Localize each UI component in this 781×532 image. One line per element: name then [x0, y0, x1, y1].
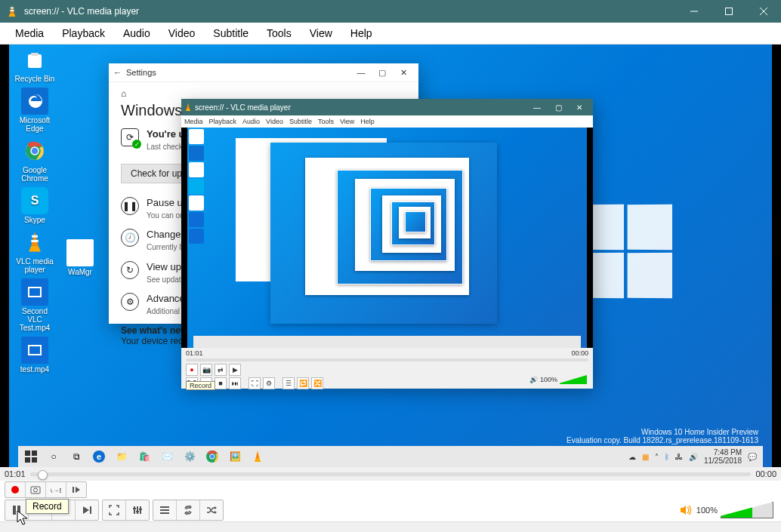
start-button[interactable]: [20, 446, 42, 467]
fullscreen-button[interactable]: [103, 500, 126, 520]
svg-rect-0: [11, 8, 14, 9]
desktop-icon-skype[interactable]: SSkype: [14, 187, 56, 224]
nested-atob-button[interactable]: ⇄: [215, 364, 227, 376]
taskbar-store[interactable]: 🛍️: [133, 446, 156, 467]
menu-subtitle[interactable]: Subtitle: [204, 23, 258, 44]
desktop-icon-edge[interactable]: Microsoft Edge: [14, 88, 56, 133]
svg-rect-28: [13, 506, 16, 515]
nested-settings-button[interactable]: ⚙: [263, 377, 275, 389]
nested-next-button[interactable]: ⏭: [229, 377, 241, 389]
desktop-icon-chrome[interactable]: Google Chrome: [14, 137, 56, 183]
back-arrow-icon[interactable]: ←: [113, 68, 122, 77]
time-elapsed[interactable]: 01:01: [5, 469, 26, 478]
svg-rect-1: [10, 10, 14, 11]
nested-close-button[interactable]: ✕: [569, 103, 590, 112]
menu-help[interactable]: Help: [341, 23, 381, 44]
nested-stop-button[interactable]: ■: [215, 377, 227, 389]
vlc-icon: [6, 5, 18, 17]
tray-volume-icon[interactable]: 🔊: [689, 453, 698, 461]
next-button[interactable]: [76, 500, 98, 520]
svg-rect-17: [25, 457, 30, 463]
taskbar-settings[interactable]: ⚙️: [178, 446, 201, 467]
menu-audio[interactable]: Audio: [114, 23, 159, 44]
mute-button[interactable]: [680, 504, 693, 516]
tray-onedrive-icon[interactable]: ☁: [628, 453, 636, 461]
nested-fullscreen-button[interactable]: ⛶: [248, 377, 261, 389]
advanced-controls-row: A→B Record: [0, 481, 781, 499]
svg-point-22: [210, 454, 215, 459]
volume-label: 100%: [696, 506, 718, 515]
desktop-icon-recycle-bin[interactable]: Recycle Bin: [14, 46, 56, 83]
loop-button[interactable]: [177, 500, 200, 520]
windows-taskbar: ○ ⧉ e 📁 🛍️ ✉️ ⚙️ 🖼️ ☁ ▦ ˄ ᛒ 🖧 🔊 7:48 PM1…: [18, 446, 763, 467]
taskbar-vlc[interactable]: [246, 446, 269, 467]
nested-maximize-button[interactable]: ▢: [548, 103, 569, 112]
search-button[interactable]: ○: [42, 446, 65, 467]
tray-date[interactable]: 11/25/2018: [704, 457, 742, 465]
nested-playlist-button[interactable]: ☰: [282, 377, 295, 389]
nested-snapshot-button[interactable]: 📷: [200, 364, 212, 376]
windows-watermark: Windows 10 Home Insider PreviewEvaluatio…: [566, 428, 758, 444]
menu-playback[interactable]: Playback: [53, 23, 114, 44]
svg-rect-40: [160, 509, 169, 511]
nested-minimize-button[interactable]: —: [526, 103, 548, 112]
svg-rect-39: [160, 506, 169, 508]
nested-record-button[interactable]: ●: [186, 364, 198, 376]
window-maximize-button[interactable]: [712, 0, 746, 23]
nested-time-elapsed: 01:01: [186, 349, 203, 357]
menu-video[interactable]: Video: [159, 23, 205, 44]
snapshot-button[interactable]: [26, 482, 46, 497]
settings-minimize-button[interactable]: —: [350, 68, 372, 77]
taskbar-chrome[interactable]: [201, 446, 224, 467]
nested-volume-label: 100%: [540, 376, 557, 383]
taskbar-mail[interactable]: ✉️: [156, 446, 178, 467]
nested-time-remaining: 00:00: [571, 349, 588, 357]
time-remaining[interactable]: 00:00: [755, 469, 776, 478]
nested-frame-button[interactable]: ▶: [229, 364, 241, 376]
nested-speaker-icon[interactable]: 🔊: [529, 376, 538, 383]
nested-shuffle-button[interactable]: 🔀: [311, 377, 323, 389]
record-button[interactable]: [5, 482, 26, 497]
nested-seekbar[interactable]: [186, 358, 588, 361]
svg-rect-16: [32, 451, 37, 456]
extended-settings-button[interactable]: [126, 500, 149, 520]
window-close-button[interactable]: [746, 0, 781, 23]
menu-media[interactable]: Media: [6, 23, 53, 44]
shuffle-button[interactable]: [200, 500, 223, 520]
loop-atob-button[interactable]: A→B: [46, 482, 66, 497]
desktop-icon-test[interactable]: test.mp4: [14, 337, 56, 374]
desktop-icon-vlc[interactable]: VLC media player: [14, 229, 56, 274]
taskbar-edge[interactable]: e: [88, 446, 110, 467]
desktop-icon-wamgr[interactable]: WaMgr: [59, 239, 101, 276]
task-view-button[interactable]: ⧉: [65, 446, 88, 467]
svg-rect-34: [137, 506, 138, 514]
taskbar-photos[interactable]: 🖼️: [224, 446, 246, 467]
seek-slider[interactable]: [30, 472, 752, 476]
tray-network-icon[interactable]: 🖧: [675, 453, 683, 461]
svg-rect-9: [32, 235, 38, 238]
tray-chevron-up-icon[interactable]: ˄: [655, 453, 659, 461]
svg-rect-32: [90, 506, 91, 514]
svg-rect-41: [160, 512, 169, 514]
menu-view[interactable]: View: [301, 23, 341, 44]
menu-tools[interactable]: Tools: [258, 23, 301, 44]
vlc-icon: [184, 103, 192, 112]
settings-maximize-button[interactable]: ▢: [372, 68, 393, 78]
frame-step-button[interactable]: [66, 482, 86, 497]
desktop-icons: Recycle Bin Microsoft Edge Google Chrome…: [14, 46, 56, 374]
taskbar-explorer[interactable]: 📁: [110, 446, 133, 467]
nested-loop-button[interactable]: 🔁: [297, 377, 309, 389]
svg-point-25: [34, 488, 38, 492]
titlebar: screen:// - VLC media player: [0, 0, 781, 23]
tray-time[interactable]: 7:48 PM: [714, 448, 742, 457]
tray-notifications-icon[interactable]: 💬: [748, 453, 757, 461]
settings-close-button[interactable]: ✕: [393, 68, 414, 78]
tray-bluetooth-icon[interactable]: ᛒ: [665, 453, 669, 461]
nested-volume-slider[interactable]: [560, 375, 587, 384]
svg-rect-18: [32, 457, 37, 463]
volume-slider[interactable]: [721, 502, 773, 518]
window-minimize-button[interactable]: [677, 0, 712, 23]
tray-wamgr-icon[interactable]: ▦: [642, 453, 649, 461]
playlist-button[interactable]: [153, 500, 177, 520]
desktop-icon-second-vlc-test[interactable]: Second VLC Test.mp4: [14, 278, 56, 332]
